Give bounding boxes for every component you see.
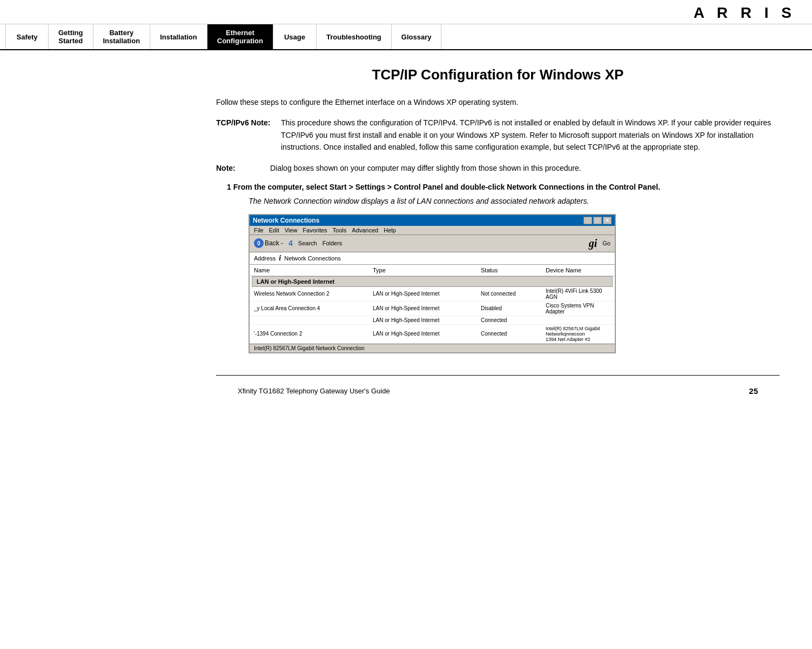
- titlebar-buttons: _ □ ✕: [583, 217, 612, 224]
- main-content: TCP/IP Configuration for Windows XP Foll…: [0, 50, 812, 423]
- menu-edit[interactable]: Edit: [269, 227, 279, 233]
- note-content: Dialog boxes shown on your computer may …: [270, 162, 581, 174]
- row3-status: Connected: [481, 317, 546, 323]
- nav-troubleshooting[interactable]: Troubleshooting: [317, 24, 392, 49]
- note-block: Note: Dialog boxes shown on your compute…: [216, 162, 780, 174]
- menu-advanced[interactable]: Advanced: [352, 227, 378, 233]
- address-icon: i: [279, 254, 281, 263]
- nav-battery-installation[interactable]: Battery Installation: [93, 24, 151, 49]
- forward-number: 4: [288, 239, 293, 247]
- footer-left: Xfinity TG1682 Telephony Gateway User's …: [238, 387, 390, 395]
- col-type: Type: [373, 267, 481, 273]
- minimize-button[interactable]: _: [583, 217, 592, 224]
- footer: Xfinity TG1682 Telephony Gateway User's …: [216, 375, 780, 406]
- screenshot-content: Name Type Status Device Name LAN or High…: [250, 265, 615, 344]
- row2-device: Cisco Systems VPN Adapter: [546, 303, 610, 315]
- nav-ethernet-configuration[interactable]: Ethernet Configuration: [207, 24, 273, 49]
- nav-glossary[interactable]: Glossary: [392, 24, 442, 49]
- back-button[interactable]: 0 Back -: [254, 238, 283, 248]
- nav-installation[interactable]: Installation: [150, 24, 207, 49]
- back-label: Back -: [265, 239, 283, 247]
- menu-help[interactable]: Help: [384, 227, 396, 233]
- address-label: Address: [254, 255, 276, 262]
- row1-name: Wireless Network Connection 2: [254, 291, 373, 297]
- address-text: Network Connections: [284, 255, 341, 262]
- screenshot-title: Network Connections: [253, 217, 319, 224]
- row2-name: _y Local Area Connection 4: [254, 305, 373, 311]
- row2-status: Disabled: [481, 305, 546, 311]
- folders-button[interactable]: Folders: [323, 240, 343, 246]
- step1-italic: The Network Connection window displays a…: [216, 197, 780, 205]
- statusbar-text: Intel(R) 82567LM Gigabit Network Connect…: [254, 345, 365, 351]
- row3-type: LAN or High-Speed Internet: [373, 317, 481, 323]
- tcp-note-content: This procedure shows the configuration o…: [281, 117, 780, 153]
- table-row[interactable]: '-1394 Connection 2 LAN or High-Speed In…: [250, 325, 615, 344]
- screenshot-addressbar: Address i Network Connections: [250, 252, 615, 265]
- table-row[interactable]: LAN or High-Speed Internet Connected: [250, 316, 615, 325]
- nav-bar: Safety Getting Started Battery Installat…: [0, 24, 812, 50]
- menu-view[interactable]: View: [285, 227, 298, 233]
- nav-safety[interactable]: Safety: [5, 24, 49, 49]
- footer-page-number: 25: [749, 386, 758, 396]
- screenshot-window: Network Connections _ □ ✕ File Edit View…: [249, 214, 616, 353]
- logo: A R R I S: [694, 4, 796, 22]
- table-row[interactable]: _y Local Area Connection 4 LAN or High-S…: [250, 302, 615, 316]
- search-button[interactable]: Search: [298, 240, 317, 246]
- screenshot-menubar: File Edit View Favorites Tools Advanced …: [250, 226, 615, 235]
- go-button[interactable]: Go: [602, 240, 610, 246]
- intro-text: Follow these steps to configure the Ethe…: [216, 96, 780, 108]
- row4-name: '-1394 Connection 2: [254, 331, 373, 337]
- tcp-note-block: TCP/IPv6 Note: This procedure shows the …: [216, 117, 780, 153]
- group-header: LAN or High-Speed Internet: [252, 276, 613, 287]
- gi-logo: gi: [589, 237, 598, 250]
- menu-file[interactable]: File: [254, 227, 264, 233]
- table-row[interactable]: Wireless Network Connection 2 LAN or Hig…: [250, 287, 615, 302]
- row4-device: Intel(R) 82567LM Gigabit Networkqnnecoon…: [546, 326, 610, 342]
- nav-usage[interactable]: Usage: [273, 24, 317, 49]
- row4-type: LAN or High-Speed Internet: [373, 331, 481, 337]
- page-title: TCP/IP Configuration for Windows XP: [216, 66, 780, 83]
- row4-status: Connected: [481, 331, 546, 337]
- row1-device: Intel(R) 4ViFi Link 5300 AGN: [546, 288, 610, 300]
- step1-text: 1 From the computer, select Start > Sett…: [216, 183, 780, 191]
- col-device: Device Name: [546, 267, 610, 273]
- row2-type: LAN or High-Speed Internet: [373, 305, 481, 311]
- col-name: Name: [254, 267, 373, 273]
- col-status: Status: [481, 267, 546, 273]
- table-header: Name Type Status Device Name: [250, 265, 615, 276]
- row1-status: Not connected: [481, 291, 546, 297]
- screenshot-statusbar: Intel(R) 82567LM Gigabit Network Connect…: [250, 344, 615, 352]
- nav-getting-started[interactable]: Getting Started: [49, 24, 93, 49]
- close-button[interactable]: ✕: [603, 217, 612, 224]
- menu-favorites[interactable]: Favorites: [303, 227, 327, 233]
- tcp-note-label: TCP/IPv6 Note:: [216, 117, 281, 153]
- maximize-button[interactable]: □: [593, 217, 602, 224]
- screenshot-toolbar: 0 Back - 4 Search Folders gi Go: [250, 235, 615, 252]
- back-icon: 0: [254, 238, 264, 248]
- row1-type: LAN or High-Speed Internet: [373, 291, 481, 297]
- note-label: Note:: [216, 162, 270, 174]
- logo-bar: A R R I S: [0, 0, 812, 24]
- screenshot-titlebar: Network Connections _ □ ✕: [250, 215, 615, 226]
- menu-tools[interactable]: Tools: [333, 227, 347, 233]
